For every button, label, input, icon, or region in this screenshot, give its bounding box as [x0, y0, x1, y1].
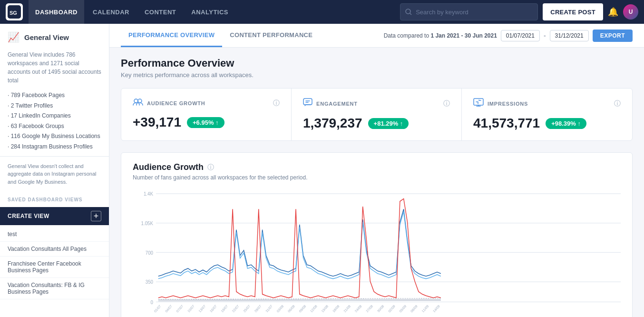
svg-text:31/07: 31/07 — [265, 304, 273, 312]
list-item: 789 Facebook Pages — [8, 90, 101, 101]
date-compare-label: Data compared to 1 Jan 2021 - 30 Jun 202… — [384, 32, 497, 39]
svg-text:SG: SG — [10, 10, 17, 16]
impressions-value-row: 41,573,771 +98.39% ↑ — [473, 116, 621, 131]
svg-text:21/08: 21/08 — [343, 304, 351, 312]
sidebar-accounts-list: 789 Facebook Pages 2 Twitter Profiles 17… — [0, 90, 109, 152]
metric-card-header-audience: AUDIENCE GROWTH ⓘ — [133, 98, 280, 108]
tabs-bar: PERFORMANCE OVERVIEW CONTENT PERFORMANCE… — [109, 24, 644, 48]
saved-view-test[interactable]: test — [0, 227, 109, 242]
page-title: Performance Overview — [121, 57, 633, 69]
notifications-icon[interactable]: 🔔 — [608, 7, 618, 17]
impressions-label: IMPRESSIONS — [488, 101, 610, 107]
date-to-input[interactable]: 31/12/2021 — [550, 30, 589, 41]
tab-content-performance[interactable]: CONTENT PERFORMANCE — [222, 24, 320, 47]
sidebar-note: General View doesn't collect and aggrega… — [0, 156, 109, 192]
main-layout: 📈 General View General View includes 786… — [0, 24, 644, 317]
engagement-value-row: 1,379,237 +81.29% ↑ — [303, 116, 450, 131]
audience-info-icon[interactable]: ⓘ — [273, 99, 280, 108]
impressions-badge: +98.39% ↑ — [546, 118, 586, 129]
sidebar-description: General View includes 786 workspaces and… — [0, 50, 109, 90]
svg-text:1.4K: 1.4K — [144, 191, 153, 197]
svg-text:03/08: 03/08 — [276, 304, 284, 312]
page-subtitle: Key metrics performance across all works… — [121, 71, 633, 79]
svg-text:24/08: 24/08 — [354, 304, 362, 312]
nav-calendar[interactable]: CALENDAR — [86, 0, 136, 24]
saved-view-vacation-fb-ig[interactable]: Vacation Consultants: FB & IG Business P… — [0, 278, 109, 299]
instagram-followers-line — [158, 199, 441, 298]
engagement-info-icon[interactable]: ⓘ — [443, 99, 450, 108]
svg-text:07/07: 07/07 — [176, 304, 184, 312]
chart-title: Audience Growth — [133, 162, 204, 172]
svg-text:08/09: 08/09 — [410, 304, 418, 312]
impressions-info-icon[interactable]: ⓘ — [614, 99, 621, 108]
svg-text:27/08: 27/08 — [365, 304, 374, 312]
svg-text:06/08: 06/08 — [287, 304, 295, 312]
svg-text:15/08: 15/08 — [321, 304, 329, 312]
top-navigation: SG DASHBOARD CALENDAR CONTENT ANALYTICS … — [0, 0, 644, 24]
svg-text:16/07: 16/07 — [209, 304, 217, 312]
svg-line-3 — [410, 13, 411, 15]
linkedin-line — [158, 300, 441, 301]
svg-text:01/07: 01/07 — [153, 304, 162, 312]
engagement-icon — [303, 98, 312, 109]
svg-text:19/07: 19/07 — [220, 304, 229, 312]
saved-view-vacation-all[interactable]: Vacation Consultants All Pages — [0, 242, 109, 257]
page-body: Performance Overview Key metrics perform… — [109, 48, 644, 317]
impressions-icon — [473, 98, 484, 109]
date-from-input[interactable]: 01/07/2021 — [501, 30, 540, 41]
create-view-button[interactable]: CREATE VIEW + — [0, 207, 109, 225]
metric-card-impressions: IMPRESSIONS ⓘ 41,573,771 +98.39% ↑ — [462, 89, 632, 140]
svg-text:30/08: 30/08 — [376, 304, 385, 312]
svg-text:350: 350 — [146, 279, 154, 285]
svg-text:18/08: 18/08 — [332, 304, 340, 312]
search-icon — [405, 9, 412, 15]
nav-content[interactable]: CONTENT — [138, 0, 183, 24]
svg-text:12/08: 12/08 — [309, 304, 318, 312]
audience-label: AUDIENCE GROWTH — [147, 100, 269, 106]
svg-text:25/07: 25/07 — [243, 304, 251, 312]
svg-text:1.05K: 1.05K — [141, 220, 153, 226]
content-area: PERFORMANCE OVERVIEW CONTENT PERFORMANCE… — [109, 24, 644, 317]
svg-text:11/09: 11/09 — [421, 304, 429, 312]
svg-text:10/07: 10/07 — [186, 304, 195, 312]
create-view-plus-icon: + — [91, 211, 101, 221]
metric-card-engagement: ENGAGEMENT ⓘ 1,379,237 +81.29% ↑ — [292, 89, 462, 140]
metric-card-header-impressions: IMPRESSIONS ⓘ — [473, 98, 621, 109]
chart-info-icon[interactable]: ⓘ — [207, 163, 214, 172]
svg-text:22/07: 22/07 — [231, 304, 240, 312]
svg-point-2 — [406, 9, 410, 14]
metric-card-audience: AUDIENCE GROWTH ⓘ +39,171 +6.95% ↑ — [121, 89, 292, 140]
impressions-value: 41,573,771 — [473, 116, 540, 131]
svg-text:14/09: 14/09 — [432, 304, 440, 312]
svg-text:0: 0 — [151, 299, 154, 305]
export-button[interactable]: EXPORT — [593, 30, 633, 42]
sidebar: 📈 General View General View includes 786… — [0, 24, 109, 317]
tab-performance-overview[interactable]: PERFORMANCE OVERVIEW — [121, 24, 222, 47]
metric-cards: AUDIENCE GROWTH ⓘ +39,171 +6.95% ↑ — [121, 88, 633, 141]
list-item: 17 LinkedIn Companies — [8, 111, 101, 121]
engagement-badge: +81.29% ↑ — [368, 118, 409, 129]
svg-rect-7 — [474, 99, 483, 105]
chart-title-row: Audience Growth ⓘ — [133, 162, 621, 172]
svg-text:09/08: 09/08 — [298, 304, 307, 312]
nav-dashboard[interactable]: DASHBOARD — [29, 0, 84, 24]
audience-value-row: +39,171 +6.95% ↑ — [133, 115, 280, 130]
audience-value: +39,171 — [133, 115, 181, 130]
brand-logo[interactable]: SG — [6, 3, 23, 20]
tabs-left: PERFORMANCE OVERVIEW CONTENT PERFORMANCE — [121, 24, 320, 47]
topnav-right: CREATE POST 🔔 U — [400, 3, 638, 20]
audience-growth-section: Audience Growth ⓘ Number of fans gained … — [121, 152, 633, 317]
svg-text:28/07: 28/07 — [254, 304, 262, 312]
user-avatar[interactable]: U — [623, 4, 638, 20]
svg-point-4 — [134, 99, 138, 103]
audience-growth-chart: 1.4K 1.05K 700 350 0 — [133, 188, 621, 312]
saved-view-franchisee[interactable]: Franchisee Center Facebook Business Page… — [0, 257, 109, 278]
svg-text:02/09: 02/09 — [387, 304, 396, 312]
search-box — [400, 3, 538, 20]
nav-analytics[interactable]: ANALYTICS — [185, 0, 235, 24]
saved-views-label: SAVED DASHBOARD VIEWS — [0, 191, 109, 205]
sidebar-title: General View — [24, 33, 69, 41]
svg-text:04/07: 04/07 — [164, 304, 173, 312]
search-input[interactable] — [416, 9, 533, 16]
create-post-button[interactable]: CREATE POST — [543, 3, 603, 20]
